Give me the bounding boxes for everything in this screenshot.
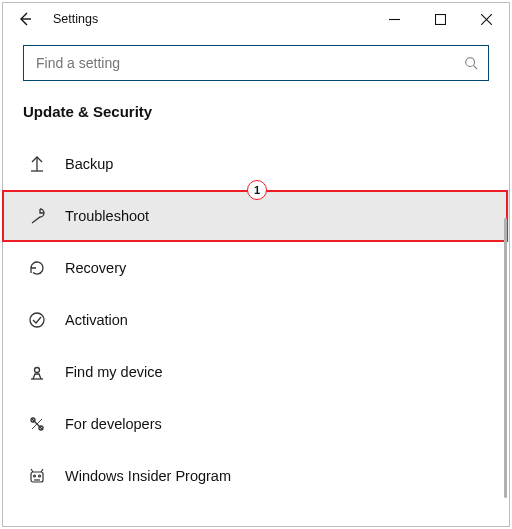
window-controls	[371, 3, 509, 35]
backup-icon	[27, 155, 47, 173]
close-icon	[481, 14, 492, 25]
search-wrap	[3, 35, 509, 87]
developers-icon	[27, 415, 47, 433]
nav-item-activation[interactable]: Activation	[3, 294, 509, 346]
nav-item-troubleshoot[interactable]: Troubleshoot	[3, 190, 509, 242]
minimize-icon	[389, 14, 400, 25]
minimize-button[interactable]	[371, 3, 417, 35]
search-icon	[464, 56, 478, 70]
activation-icon	[27, 311, 47, 329]
nav-list: Backup Troubleshoot Recovery	[3, 138, 509, 502]
nav-item-backup[interactable]: Backup	[3, 138, 509, 190]
maximize-icon	[435, 14, 446, 25]
nav-item-recovery[interactable]: Recovery	[3, 242, 509, 294]
svg-point-8	[39, 475, 41, 477]
search-box[interactable]	[23, 45, 489, 81]
nav-item-label: Troubleshoot	[65, 208, 149, 224]
svg-point-7	[34, 475, 36, 477]
nav-item-label: Recovery	[65, 260, 126, 276]
recovery-icon	[27, 259, 47, 277]
svg-point-3	[35, 368, 40, 373]
nav-item-for-developers[interactable]: For developers	[3, 398, 509, 450]
nav-item-label: Backup	[65, 156, 113, 172]
nav-item-windows-insider[interactable]: Windows Insider Program	[3, 450, 509, 502]
svg-point-1	[466, 58, 475, 67]
nav-item-find-my-device[interactable]: Find my device	[3, 346, 509, 398]
back-button[interactable]	[3, 3, 47, 35]
settings-window: Settings Update & Security	[2, 2, 510, 527]
find-device-icon	[27, 363, 47, 381]
svg-point-2	[30, 313, 44, 327]
nav-item-label: Windows Insider Program	[65, 468, 231, 484]
arrow-left-icon	[17, 11, 33, 27]
close-button[interactable]	[463, 3, 509, 35]
insider-icon	[27, 467, 47, 485]
nav-item-label: For developers	[65, 416, 162, 432]
search-input[interactable]	[34, 54, 434, 72]
scrollbar[interactable]	[504, 218, 507, 498]
maximize-button[interactable]	[417, 3, 463, 35]
nav-item-label: Activation	[65, 312, 128, 328]
nav-item-label: Find my device	[65, 364, 163, 380]
titlebar: Settings	[3, 3, 509, 35]
troubleshoot-icon	[27, 207, 47, 225]
section-title: Update & Security	[3, 87, 509, 138]
svg-rect-0	[435, 14, 445, 24]
window-title: Settings	[53, 12, 98, 26]
